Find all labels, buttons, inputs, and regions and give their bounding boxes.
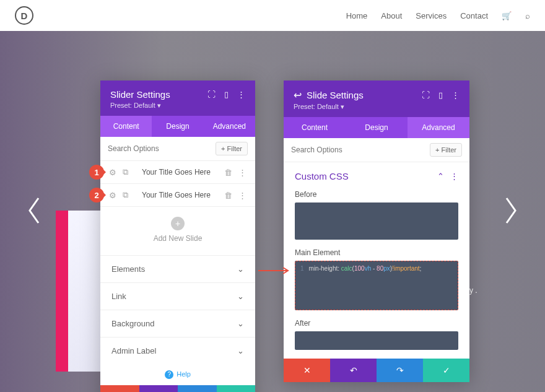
- accordion-elements[interactable]: Elements⌄: [100, 255, 255, 282]
- main-code-input[interactable]: 1 min-height: calc(100vh - 80px)!importa…: [295, 261, 458, 310]
- undo-button[interactable]: ↶: [330, 359, 377, 382]
- duplicate-icon[interactable]: ⧉: [123, 190, 128, 200]
- slide-item[interactable]: 1 ⚙ ⧉ Your Title Goes Here 🗑 ⋮: [100, 161, 255, 184]
- tab-advanced[interactable]: Advanced: [408, 117, 469, 138]
- preset-label[interactable]: Preset: Default ▾: [110, 102, 245, 110]
- divi-logo[interactable]: D: [15, 6, 33, 25]
- gear-icon[interactable]: ⚙: [109, 191, 116, 200]
- more-icon[interactable]: ⋮: [451, 90, 460, 100]
- tab-content[interactable]: Content: [284, 117, 346, 138]
- slide-title: Your Title Goes Here: [134, 191, 218, 199]
- tablet-icon[interactable]: ▯: [438, 90, 443, 100]
- slide-settings-panel: ↩ Slide Settings ⛶ ▯ ⋮ Preset: Default ▾…: [284, 81, 469, 382]
- duplicate-icon[interactable]: ⧉: [123, 167, 128, 177]
- main-nav: Home About Services Contact 🛒 ⌕: [346, 11, 530, 20]
- more-icon[interactable]: ⋮: [237, 90, 245, 99]
- filter-button[interactable]: + Filter: [430, 143, 462, 157]
- undo-button[interactable]: ↶: [139, 385, 178, 392]
- add-slide[interactable]: + Add New Slide: [100, 207, 255, 255]
- redo-button[interactable]: ↷: [178, 385, 217, 392]
- chevron-down-icon: ⌄: [237, 264, 244, 274]
- before-code-input[interactable]: [295, 203, 458, 240]
- tab-advanced[interactable]: Advanced: [204, 116, 255, 137]
- annotation-arrow: [257, 266, 291, 277]
- accordion-background[interactable]: Background⌄: [100, 310, 255, 337]
- gear-icon[interactable]: ⚙: [109, 168, 116, 177]
- cart-icon[interactable]: 🛒: [502, 11, 512, 20]
- annotation-marker-2: 2: [89, 188, 104, 203]
- slider-prev[interactable]: [25, 195, 43, 229]
- nav-contact[interactable]: Contact: [460, 11, 488, 20]
- cancel-button[interactable]: ✕: [284, 359, 330, 382]
- preset-label[interactable]: Preset: Default ▾: [294, 103, 460, 111]
- redo-button[interactable]: ↷: [377, 359, 423, 382]
- nav-services[interactable]: Services: [416, 11, 447, 20]
- add-icon[interactable]: +: [171, 217, 185, 230]
- search-input[interactable]: [108, 144, 211, 153]
- custom-css-heading: Custom CSS: [295, 171, 349, 181]
- slide-title: Your Title Goes Here: [134, 168, 218, 176]
- chevron-down-icon: ⌄: [237, 292, 244, 301]
- search-icon[interactable]: ⌕: [525, 11, 530, 20]
- after-label: After: [295, 319, 458, 328]
- panel1-title: Slider Settings: [110, 89, 170, 100]
- slider-next[interactable]: [502, 195, 520, 229]
- trash-icon[interactable]: 🗑: [224, 191, 232, 200]
- tab-design[interactable]: Design: [346, 117, 408, 138]
- trash-icon[interactable]: 🗑: [224, 168, 232, 177]
- cancel-button[interactable]: ✕: [100, 385, 139, 392]
- expand-icon[interactable]: ⛶: [422, 90, 430, 100]
- tablet-icon[interactable]: ▯: [224, 90, 229, 99]
- back-icon[interactable]: ↩: [294, 89, 302, 101]
- panel2-title: Slide Settings: [307, 90, 364, 100]
- filter-button[interactable]: + Filter: [216, 142, 248, 155]
- search-input[interactable]: [291, 146, 425, 154]
- after-code-input[interactable]: [295, 331, 458, 350]
- chevron-down-icon: ⌄: [237, 319, 244, 328]
- tab-design[interactable]: Design: [152, 116, 203, 137]
- annotation-marker-1: 1: [89, 165, 104, 180]
- nav-about[interactable]: About: [381, 11, 402, 20]
- slider-settings-panel: Slider Settings ⛶ ▯ ⋮ Preset: Default ▾ …: [100, 81, 255, 392]
- save-button[interactable]: ✓: [423, 359, 469, 382]
- collapse-icon[interactable]: ⌃: [437, 172, 444, 181]
- accordion-link[interactable]: Link⌄: [100, 282, 255, 310]
- expand-icon[interactable]: ⛶: [207, 90, 216, 99]
- help-link[interactable]: Help: [100, 364, 255, 385]
- more-icon[interactable]: ⋮: [238, 168, 246, 177]
- accordion-admin-label[interactable]: Admin Label⌄: [100, 337, 255, 364]
- save-button[interactable]: ✓: [217, 385, 256, 392]
- tab-content[interactable]: Content: [100, 116, 152, 137]
- more-icon[interactable]: ⋮: [450, 172, 458, 181]
- slide-item[interactable]: 2 ⚙ ⧉ Your Title Goes Here 🗑 ⋮: [100, 184, 255, 207]
- main-element-label: Main Element: [295, 248, 458, 257]
- before-label: Before: [295, 190, 458, 199]
- chevron-down-icon: ⌄: [237, 346, 244, 355]
- more-icon[interactable]: ⋮: [238, 191, 246, 200]
- nav-home[interactable]: Home: [346, 11, 368, 20]
